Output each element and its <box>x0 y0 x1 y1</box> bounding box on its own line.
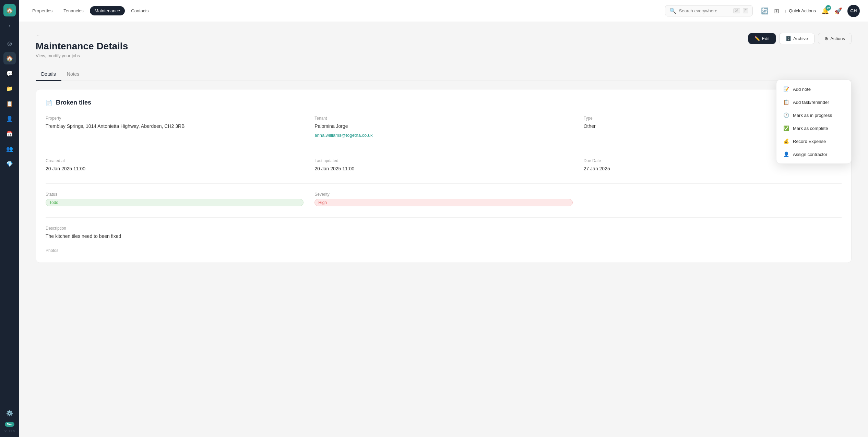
kbd-cmd: ⌘ <box>733 8 740 13</box>
back-arrow-icon: ← <box>36 33 40 38</box>
page-subtitle: View, modify your jobs <box>36 53 128 58</box>
card-title-row: 📄 Broken tiles <box>46 99 842 106</box>
dropdown-add-task[interactable]: 📋 Add task/reminder <box>776 96 851 109</box>
detail-tenant: Tenant Palomina Jorge anna.williams@toge… <box>314 116 572 139</box>
dropdown-mark-in-progress[interactable]: 🕐 Mark as in progress <box>776 109 851 122</box>
nav-right: 🔄 ⊞ ↓ Quick Actions 🔔 30 🚀 CH <box>761 5 860 17</box>
divider-1 <box>46 150 842 150</box>
detail-status: Status Todo <box>46 192 304 206</box>
tenant-email: anna.williams@togetha.co.uk <box>314 132 572 139</box>
created-label: Created at <box>46 158 304 163</box>
sidebar-icon-settings[interactable]: ⚙️ <box>3 407 16 419</box>
divider-2 <box>46 183 842 184</box>
notification-badge: 30 <box>825 5 831 11</box>
sidebar-icon-dashboard[interactable]: ◎ <box>3 37 16 49</box>
sidebar-icon-calendar[interactable]: 📅 <box>3 128 16 140</box>
contractor-icon: 👤 <box>783 151 789 157</box>
add-task-icon: 📋 <box>783 99 789 105</box>
actions-button[interactable]: ⊕ Actions <box>818 33 852 44</box>
nav-item-properties[interactable]: Properties <box>27 6 57 15</box>
tab-details[interactable]: Details <box>36 68 61 81</box>
search-input[interactable] <box>679 8 730 13</box>
in-progress-icon: 🕐 <box>783 112 789 118</box>
back-button[interactable]: ← <box>36 33 128 38</box>
content: ← Maintenance Details View, modify your … <box>19 22 868 437</box>
nav-items: Properties Tenancies Maintenance Contact… <box>27 6 662 15</box>
archive-icon: 🗄️ <box>786 36 791 41</box>
main-wrapper: Properties Tenancies Maintenance Contact… <box>19 0 868 437</box>
card-title: Broken tiles <box>56 99 91 106</box>
download-icon: ↓ <box>785 8 787 13</box>
nav-item-maintenance[interactable]: Maintenance <box>90 6 125 15</box>
search-bar[interactable]: 🔍 ⌘ F <box>665 5 753 16</box>
dropdown-assign-contractor[interactable]: 👤 Assign contractor <box>776 148 851 161</box>
dropdown-record-expense[interactable]: 💰 Record Expense <box>776 135 851 148</box>
nav-item-contacts[interactable]: Contacts <box>126 6 153 15</box>
page-title-group: ← Maintenance Details View, modify your … <box>36 33 128 58</box>
quick-actions-button[interactable]: ↓ Quick Actions <box>785 8 816 13</box>
detail-photos: Photos <box>46 248 842 253</box>
grid-icon[interactable]: ⊞ <box>774 7 779 15</box>
avatar[interactable]: CH <box>847 5 860 17</box>
notifications-button[interactable]: 🔔 30 <box>821 7 829 15</box>
add-note-icon: 📝 <box>783 86 789 92</box>
expense-icon: 💰 <box>783 138 789 144</box>
dropdown-add-note[interactable]: 📝 Add note <box>776 83 851 96</box>
detail-grid-row1: Property Tremblay Springs, 1014 Antoniet… <box>46 116 842 139</box>
detail-grid-row2: Created at 20 Jan 2025 11:00 Last update… <box>46 158 842 172</box>
status-badge: Todo <box>46 199 304 206</box>
edit-button[interactable]: ✏️ Edit <box>748 33 776 44</box>
search-icon: 🔍 <box>669 8 676 14</box>
sidebar-icon-messages[interactable]: 💬 <box>3 67 16 80</box>
detail-description: Description The kitchen tiles need to be… <box>46 226 842 240</box>
description-label: Description <box>46 226 842 231</box>
nav-item-tenancies[interactable]: Tenancies <box>59 6 88 15</box>
dev-badge: Dev <box>5 422 15 427</box>
detail-card: 📄 Broken tiles Property Tremblay Springs… <box>36 89 852 263</box>
sidebar-icon-contacts[interactable]: 👤 <box>3 112 16 125</box>
tenant-name: Palomina Jorge <box>314 123 572 130</box>
refresh-icon[interactable]: 🔄 <box>761 7 769 15</box>
topnav: Properties Tenancies Maintenance Contact… <box>19 0 868 22</box>
actions-circle-icon: ⊕ <box>824 36 828 41</box>
kbd-f: F <box>743 8 748 13</box>
sidebar-toggle[interactable]: › <box>5 22 14 30</box>
header-actions: ✏️ Edit 🗄️ Archive ⊕ Actions <box>748 33 852 44</box>
status-label: Status <box>46 192 304 197</box>
detail-grid-row3: Status Todo Severity High <box>46 192 842 206</box>
severity-badge: High <box>314 199 572 206</box>
tabs: Details Notes <box>36 68 852 81</box>
sidebar-logo[interactable]: 🏠 <box>3 4 16 16</box>
tab-notes[interactable]: Notes <box>61 68 85 81</box>
version-text: v1.21.0 <box>4 429 15 433</box>
alerts-button[interactable]: 🚀 <box>834 7 842 15</box>
page-title: Maintenance Details <box>36 41 128 52</box>
complete-icon: ✅ <box>783 125 789 131</box>
property-value: Tremblay Springs, 1014 Antonietta Highwa… <box>46 123 304 130</box>
sidebar-icon-teams[interactable]: 👥 <box>3 143 16 155</box>
sidebar-icon-premium[interactable]: 💎 <box>3 158 16 170</box>
due-value: 27 Jan 2025 <box>584 165 842 172</box>
archive-button[interactable]: 🗄️ Archive <box>779 33 815 44</box>
detail-property: Property Tremblay Springs, 1014 Antoniet… <box>46 116 304 139</box>
edit-icon: ✏️ <box>754 36 760 41</box>
sidebar-bottom: ⚙️ Dev v1.21.0 <box>3 407 16 433</box>
actions-dropdown: 📝 Add note 📋 Add task/reminder 🕐 Mark as… <box>776 80 852 164</box>
detail-severity: Severity High <box>314 192 572 206</box>
detail-created: Created at 20 Jan 2025 11:00 <box>46 158 304 172</box>
page-header: ← Maintenance Details View, modify your … <box>36 33 852 58</box>
severity-label: Severity <box>314 192 572 197</box>
updated-value: 20 Jan 2025 11:00 <box>314 165 572 172</box>
sidebar-icon-properties[interactable]: 🏠 <box>3 52 16 64</box>
card-document-icon: 📄 <box>46 99 52 106</box>
sidebar-icon-documents[interactable]: 📁 <box>3 82 16 95</box>
updated-label: Last updated <box>314 158 572 163</box>
property-label: Property <box>46 116 304 121</box>
photos-label: Photos <box>46 248 842 253</box>
sidebar: 🏠 › ◎ 🏠 💬 📁 📋 👤 📅 👥 💎 ⚙️ Dev v1.21.0 <box>0 0 19 437</box>
dropdown-mark-complete[interactable]: ✅ Mark as complete <box>776 122 851 135</box>
divider-3 <box>46 217 842 218</box>
sidebar-icon-tasks[interactable]: 📋 <box>3 97 16 110</box>
detail-updated: Last updated 20 Jan 2025 11:00 <box>314 158 572 172</box>
description-value: The kitchen tiles need to been fixed <box>46 233 842 240</box>
